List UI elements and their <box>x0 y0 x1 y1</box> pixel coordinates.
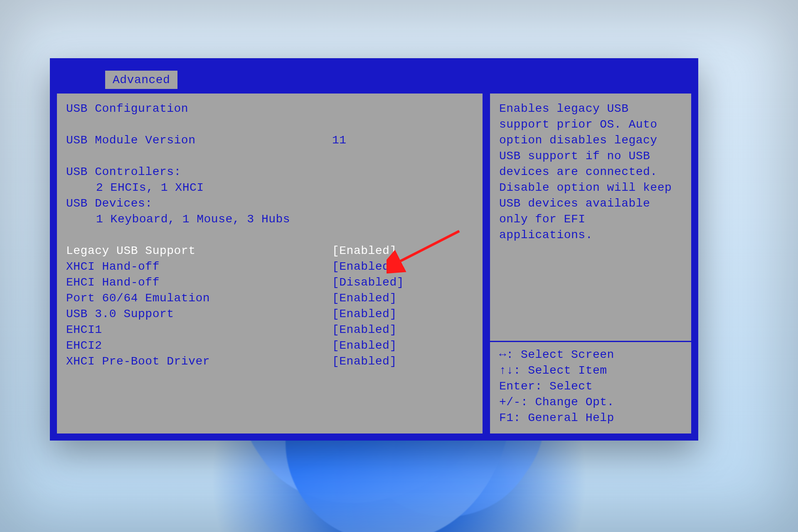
option-value: [Enabled] <box>332 243 397 259</box>
option-ehci-hand-off[interactable]: EHCI Hand-off [Disabled] <box>66 275 473 291</box>
usb-module-version-label: USB Module Version <box>66 133 332 148</box>
usb-module-version-row: USB Module Version 11 <box>66 133 473 148</box>
option-xhci-pre-boot-driver[interactable]: XHCI Pre-Boot Driver [Enabled] <box>66 354 473 369</box>
option-label: XHCI Hand-off <box>66 259 332 275</box>
option-value: [Enabled] <box>332 306 397 322</box>
divider <box>490 341 691 342</box>
legend-select-screen: ↔: Select Screen <box>499 347 682 363</box>
option-value: [Enabled] <box>332 354 397 369</box>
option-label: Port 60/64 Emulation <box>66 291 332 306</box>
option-value: [Enabled] <box>332 338 397 354</box>
option-label: Legacy USB Support <box>66 243 332 259</box>
option-value: [Enabled] <box>332 259 397 275</box>
option-label: XHCI Pre-Boot Driver <box>66 354 332 369</box>
legend-enter-select: Enter: Select <box>499 379 682 394</box>
help-text: Enables legacy USB support prior OS. Aut… <box>499 101 682 336</box>
legend-change-opt: +/-: Change Opt. <box>499 394 682 410</box>
tab-advanced[interactable]: Advanced <box>104 69 179 89</box>
option-label: EHCI Hand-off <box>66 275 332 291</box>
option-usb-3-0-support[interactable]: USB 3.0 Support [Enabled] <box>66 306 473 322</box>
usb-controllers-value: 2 EHCIs, 1 XHCI <box>66 180 473 196</box>
bios-tab-strip: Advanced <box>50 58 698 89</box>
option-label: EHCI2 <box>66 338 332 354</box>
option-label: EHCI1 <box>66 322 332 338</box>
option-ehci1[interactable]: EHCI1 [Enabled] <box>66 322 473 338</box>
usb-module-version-value: 11 <box>332 133 347 148</box>
option-value: [Enabled] <box>332 322 397 338</box>
bios-window: Advanced USB Configuration USB Module Ve… <box>50 58 698 441</box>
option-port-6064-emulation[interactable]: Port 60/64 Emulation [Enabled] <box>66 291 473 306</box>
legend-general-help: F1: General Help <box>499 410 682 426</box>
option-legacy-usb-support[interactable]: Legacy USB Support [Enabled] <box>66 243 473 259</box>
usb-controllers-label: USB Controllers: <box>66 164 473 180</box>
option-value: [Disabled] <box>332 275 404 291</box>
help-pane: Enables legacy USB support prior OS. Aut… <box>489 92 692 435</box>
section-title: USB Configuration <box>66 101 473 117</box>
legend-select-item: ↑↓: Select Item <box>499 363 682 379</box>
settings-pane: USB Configuration USB Module Version 11 … <box>56 92 484 435</box>
option-ehci2[interactable]: EHCI2 [Enabled] <box>66 338 473 354</box>
usb-devices-value: 1 Keyboard, 1 Mouse, 3 Hubs <box>66 212 473 227</box>
option-label: USB 3.0 Support <box>66 306 332 322</box>
option-xhci-hand-off[interactable]: XHCI Hand-off [Enabled] <box>66 259 473 275</box>
usb-devices-label: USB Devices: <box>66 196 473 212</box>
option-value: [Enabled] <box>332 291 397 306</box>
